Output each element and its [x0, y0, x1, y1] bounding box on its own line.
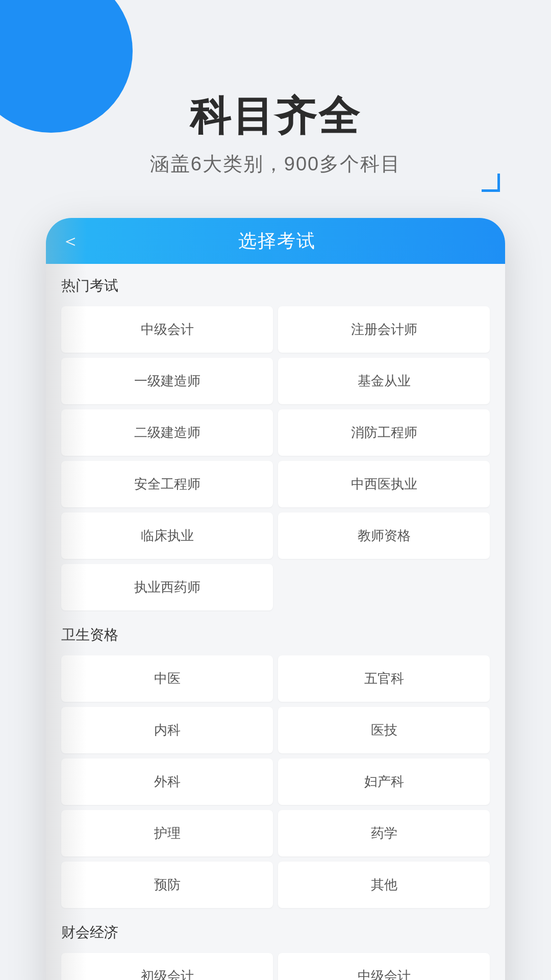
hot-row-6: 执业西药师	[46, 561, 505, 613]
exam-item-zhiyexiyaoshi[interactable]: 执业西药师	[61, 564, 273, 610]
exam-item-yaoxue[interactable]: 药学	[278, 810, 490, 856]
exam-item-yijijijianshi[interactable]: 一级建造师	[61, 358, 273, 404]
health-row-5: 预防 其他	[46, 859, 505, 911]
exam-item-jiaoshizige[interactable]: 教师资格	[278, 512, 490, 559]
exam-item-empty	[278, 564, 490, 610]
exam-item-fuchankea[interactable]: 妇产科	[278, 758, 490, 805]
section-label-health: 卫生资格	[46, 613, 505, 653]
phone-header-bar: ＜ 选择考试	[46, 218, 505, 264]
hot-row-4: 安全工程师 中西医执业	[46, 458, 505, 510]
exam-item-zhucekuaijishi[interactable]: 注册会计师	[278, 306, 490, 353]
sub-title: 涵盖6大类别，900多个科目	[0, 151, 551, 177]
exam-item-zhongxiyizhiye[interactable]: 中西医执业	[278, 461, 490, 507]
hot-row-3: 二级建造师 消防工程师	[46, 407, 505, 458]
back-arrow-icon[interactable]: ＜	[61, 229, 80, 254]
exam-item-anquangongchengshi[interactable]: 安全工程师	[61, 461, 273, 507]
finance-row-1: 初级会计 中级会计	[46, 950, 505, 980]
main-title: 科目齐全	[0, 92, 551, 141]
exam-item-neike[interactable]: 内科	[61, 707, 273, 753]
section-label-hot: 热门考试	[46, 264, 505, 304]
exam-item-yufang[interactable]: 预防	[61, 862, 273, 908]
exam-item-chujikuaiji[interactable]: 初级会计	[61, 953, 273, 980]
phone-mockup-wrapper: ＜ 选择考试 热门考试 中级会计 注册会计师 一级建造师 基金从业 二级建造师 …	[0, 218, 551, 980]
exam-item-huli[interactable]: 护理	[61, 810, 273, 856]
exam-item-linchuan[interactable]: 临床执业	[61, 512, 273, 559]
exam-item-zhongjikuaiji[interactable]: 中级会计	[61, 306, 273, 353]
hot-row-5: 临床执业 教师资格	[46, 510, 505, 561]
exam-item-zhongyi[interactable]: 中医	[61, 655, 273, 702]
exam-item-qita[interactable]: 其他	[278, 862, 490, 908]
health-row-3: 外科 妇产科	[46, 756, 505, 807]
health-row-1: 中医 五官科	[46, 653, 505, 704]
exam-item-yiji[interactable]: 医技	[278, 707, 490, 753]
phone-nav-title: 选择考试	[90, 229, 464, 254]
health-row-2: 内科 医技	[46, 704, 505, 756]
hot-row-2: 一级建造师 基金从业	[46, 355, 505, 407]
phone-content: 热门考试 中级会计 注册会计师 一级建造师 基金从业 二级建造师 消防工程师 安…	[46, 264, 505, 980]
hot-row-1: 中级会计 注册会计师	[46, 304, 505, 355]
exam-item-jijincongye[interactable]: 基金从业	[278, 358, 490, 404]
header-section: 科目齐全 涵盖6大类别，900多个科目	[0, 0, 551, 208]
exam-item-waike[interactable]: 外科	[61, 758, 273, 805]
phone-mockup: ＜ 选择考试 热门考试 中级会计 注册会计师 一级建造师 基金从业 二级建造师 …	[46, 218, 505, 980]
health-row-4: 护理 药学	[46, 807, 505, 859]
exam-item-zhongjikuaiji2[interactable]: 中级会计	[278, 953, 490, 980]
exam-item-wuguanke[interactable]: 五官科	[278, 655, 490, 702]
exam-item-erjijijianshi[interactable]: 二级建造师	[61, 409, 273, 456]
section-label-finance: 财会经济	[46, 911, 505, 950]
exam-item-xiaofanggongchengshi[interactable]: 消防工程师	[278, 409, 490, 456]
